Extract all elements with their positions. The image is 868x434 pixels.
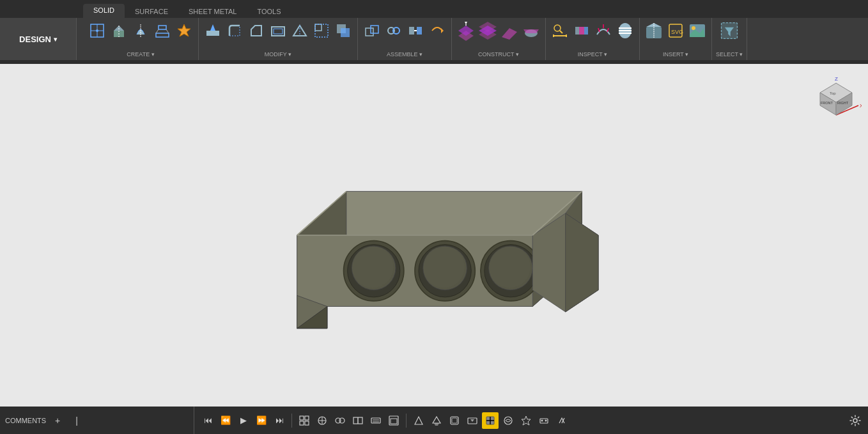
active-tool-icon[interactable] — [482, 412, 499, 429]
svg-marker-124 — [434, 423, 439, 426]
chamfer-icon[interactable] — [246, 20, 267, 41]
select-label: SELECT ▾ — [716, 51, 743, 58]
insert-icons-row: SVG — [644, 20, 708, 41]
inspect-icons-row — [550, 20, 635, 41]
scale-icon[interactable] — [311, 20, 332, 41]
tab-sheet-metal[interactable]: SHEET METAL — [178, 5, 247, 18]
design-button[interactable]: DESIGN ▾ — [0, 18, 77, 60]
svg-point-84 — [423, 246, 465, 288]
tab-surface[interactable]: SURFACE — [125, 5, 178, 18]
svg-text:Z: Z — [835, 76, 838, 82]
tool-c-icon[interactable] — [446, 412, 463, 429]
svg-line-11 — [166, 29, 169, 33]
svg-line-49 — [560, 31, 562, 33]
svg-rect-27 — [409, 27, 414, 35]
settings-icon[interactable] — [848, 413, 863, 428]
add-comment-icon[interactable]: + — [50, 413, 65, 428]
midplane-icon[interactable] — [477, 20, 498, 41]
view-cube[interactable]: Z X Top FRONT RIGHT — [810, 70, 862, 121]
joint-icon[interactable] — [384, 20, 404, 41]
grid-tool-icon[interactable] — [296, 412, 313, 429]
comments-divider-icon: | — [69, 413, 84, 428]
svg-marker-30 — [441, 28, 444, 33]
tangent-plane-icon[interactable] — [521, 20, 541, 41]
create-icons-row — [87, 20, 194, 41]
insert-label: INSERT ▾ — [663, 51, 688, 58]
select-filter-icon[interactable] — [719, 20, 740, 41]
svg-point-80 — [352, 246, 393, 288]
select-icons-row — [719, 20, 740, 41]
svg-rect-109 — [305, 421, 309, 425]
measure-icon[interactable] — [550, 20, 570, 41]
construct-label: CONSTRUCT ▾ — [478, 51, 519, 58]
prev-icon[interactable]: ⏪ — [217, 412, 234, 429]
shell-icon[interactable] — [268, 20, 288, 41]
svg-rect-8 — [159, 26, 166, 29]
snap-tool-icon[interactable] — [314, 412, 330, 429]
svg-text:RIGHT: RIGHT — [837, 101, 849, 105]
svg-marker-34 — [465, 22, 467, 24]
section-tool-icon[interactable] — [350, 412, 366, 429]
press-pull-icon[interactable] — [203, 20, 223, 41]
insert-image-icon[interactable] — [687, 20, 708, 41]
tool-a-icon[interactable] — [410, 412, 427, 429]
create-label: CREATE ▾ — [127, 51, 154, 58]
bottom-icons-container: ⏮ ⏪ ▶ ⏩ ⏭ — [194, 412, 848, 429]
tool-i-icon[interactable] — [554, 412, 570, 429]
tab-solid[interactable]: SOLID — [83, 4, 125, 18]
zebra-icon[interactable] — [615, 20, 635, 41]
svg-marker-123 — [433, 417, 440, 423]
joints-tool-icon[interactable] — [332, 412, 348, 429]
svg-point-114 — [339, 418, 345, 423]
svg-text:Top: Top — [830, 91, 836, 95]
design-label: DESIGN — [19, 35, 51, 44]
insert-mesh-icon[interactable] — [644, 20, 664, 41]
tool-f-icon[interactable] — [500, 412, 516, 429]
rigid-group-icon[interactable] — [405, 20, 426, 41]
extrude-icon[interactable] — [109, 20, 129, 41]
interference-icon[interactable] — [571, 20, 592, 41]
fillet-icon[interactable] — [224, 20, 245, 41]
create-group: CREATE ▾ — [83, 18, 199, 60]
assemble-group: ASSEMBLE ▾ — [358, 18, 452, 60]
play-icon[interactable]: ▶ — [235, 412, 252, 429]
new-component-icon[interactable] — [362, 20, 382, 41]
drive-icon[interactable] — [427, 20, 447, 41]
svg-point-136 — [545, 419, 547, 421]
tool-d-icon[interactable] — [464, 412, 481, 429]
offset-plane-icon[interactable] — [456, 20, 476, 41]
svg-rect-107 — [305, 416, 309, 420]
svg-line-55 — [607, 28, 608, 32]
tool-h-icon[interactable] — [536, 412, 552, 429]
tool-b-icon[interactable] — [428, 412, 445, 429]
svg-point-48 — [554, 25, 561, 31]
tool-g-icon[interactable] — [518, 412, 534, 429]
svg-rect-117 — [371, 418, 380, 423]
svg-line-10 — [156, 29, 159, 33]
curvature-icon[interactable] — [593, 20, 614, 41]
svg-rect-106 — [300, 416, 304, 420]
revolve-icon[interactable] — [130, 20, 151, 41]
prev-start-icon[interactable]: ⏮ — [199, 412, 216, 429]
next-icon[interactable]: ⏩ — [253, 412, 270, 429]
next-end-icon[interactable]: ⏭ — [271, 412, 288, 429]
modify-group: MODIFY ▾ — [199, 18, 358, 60]
svg-rect-126 — [452, 418, 457, 423]
display-tool-icon[interactable] — [368, 412, 384, 429]
divider-1 — [291, 414, 292, 428]
combine-icon[interactable] — [333, 20, 353, 41]
svg-rect-24 — [371, 26, 378, 33]
draft-icon[interactable] — [290, 20, 310, 41]
svg-rect-28 — [417, 27, 422, 35]
tab-tools[interactable]: TOOLS — [247, 5, 291, 18]
insert-svg-icon[interactable]: SVG — [665, 20, 686, 41]
loft-icon[interactable] — [152, 20, 173, 41]
tab-bar: SOLID SURFACE SHEET METAL TOOLS — [0, 0, 868, 18]
special-create-icon[interactable] — [174, 20, 194, 41]
plane-at-angle-icon[interactable] — [499, 20, 520, 41]
svg-rect-19 — [315, 24, 322, 31]
browser-tool-icon[interactable] — [385, 412, 402, 429]
viewport[interactable]: Z X Top FRONT RIGHT — [0, 64, 868, 407]
create-sketch-icon[interactable] — [87, 20, 107, 41]
svg-rect-23 — [366, 28, 373, 36]
